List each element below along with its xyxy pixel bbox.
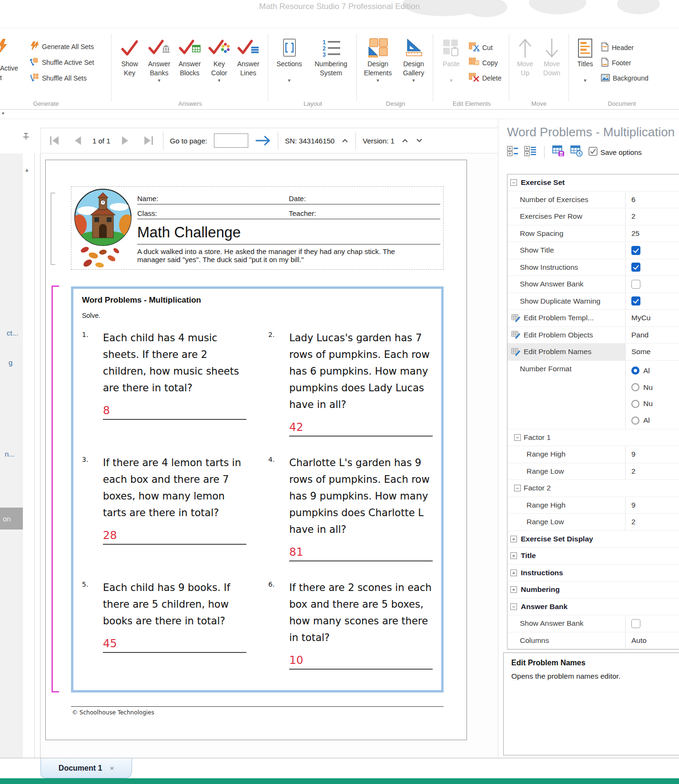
category-instructions[interactable]: + Instructions	[507, 565, 679, 582]
version-down-icon[interactable]	[416, 136, 423, 145]
expand-plus-icon[interactable]: +	[510, 586, 517, 593]
chevron-down-icon[interactable]: ▾	[2, 111, 4, 116]
answer-lines-button[interactable]: Answer Lines	[233, 37, 263, 98]
key-color-button[interactable]: Key Color ▼	[206, 37, 233, 98]
checkbox-unchecked-icon[interactable]	[631, 619, 640, 628]
property-row[interactable]: Row Spacing 25	[507, 225, 679, 243]
property-row[interactable]: Range High 9	[507, 446, 679, 463]
goto-page-input[interactable]	[214, 133, 248, 148]
background-button[interactable]: Background	[601, 72, 649, 84]
category-exercise-set[interactable]: − Exercise Set	[507, 174, 679, 192]
scroll-up-icon[interactable]: ▲	[24, 167, 30, 173]
answer-blocks-button[interactable]: Answer Blocks	[175, 37, 204, 98]
property-row[interactable]: Show Duplicate Warning	[507, 293, 679, 310]
generate-all-sets-button[interactable]: Generate All Sets	[30, 41, 94, 53]
collapse-minus-icon[interactable]: −	[514, 485, 521, 491]
previous-page-button[interactable]	[70, 132, 86, 149]
category-answer-bank[interactable]: − Answer Bank	[507, 599, 679, 616]
pin-icon[interactable]	[22, 132, 30, 143]
property-value[interactable]: Auto	[631, 636, 647, 645]
property-value[interactable]: Pand	[631, 331, 649, 339]
property-value[interactable]: 2	[631, 467, 636, 476]
shuffle-all-sets-button[interactable]: Shuffle All Sets	[30, 72, 87, 84]
subcategory-factor-1[interactable]: − Factor 1	[507, 429, 679, 447]
shuffle-active-set-button[interactable]: Shuffle Active Set	[30, 56, 94, 69]
paste-button[interactable]: Paste ▼	[436, 37, 466, 98]
numbering-system-button[interactable]: 123 Numbering System	[308, 37, 354, 98]
property-value[interactable]: 6	[631, 195, 636, 204]
property-row[interactable]: Columns Auto	[507, 632, 679, 650]
property-row-edit-objects[interactable]: Edit Problem Objects Pand	[507, 327, 679, 344]
property-value[interactable]: 9	[631, 501, 636, 509]
checkbox-checked-icon[interactable]	[631, 263, 640, 272]
rail-item-fragment[interactable]: g	[9, 358, 12, 367]
footer-button[interactable]: Footer	[601, 57, 631, 69]
property-value[interactable]: MyCu	[631, 314, 650, 322]
show-key-button[interactable]: Show Key	[116, 37, 143, 98]
titles-button[interactable]: Titles ▼	[572, 37, 598, 98]
collapse-minus-icon[interactable]: −	[514, 434, 521, 441]
checkbox-unchecked-icon[interactable]	[631, 280, 640, 289]
word-problems-section[interactable]: Word Problems - Multiplication Solve. 1.…	[71, 286, 444, 692]
checkbox-checked-icon[interactable]	[631, 246, 640, 255]
property-row[interactable]: Show Answer Bank	[507, 276, 679, 293]
property-row[interactable]: Range High 9	[507, 497, 679, 514]
radio-option[interactable]: Al	[631, 412, 650, 429]
radio-unselected-icon[interactable]	[631, 400, 639, 408]
rail-item-selected[interactable]: on	[0, 508, 23, 529]
property-row[interactable]: Show Instructions	[507, 259, 679, 276]
header-button[interactable]: Header	[601, 41, 634, 54]
worksheet-page[interactable]: Name: Date: Class: Teacher: Math Challen…	[45, 160, 467, 740]
property-value[interactable]: 2	[631, 518, 636, 526]
checkbox-checked-icon[interactable]	[631, 296, 640, 305]
last-page-button[interactable]	[140, 132, 156, 149]
delete-button[interactable]: Delete	[469, 72, 501, 84]
tab-document-1[interactable]: Document 1 ×	[41, 758, 132, 778]
rail-item-fragment[interactable]: n...	[5, 450, 15, 458]
sn-caret-up-icon[interactable]	[341, 136, 349, 145]
generate-active-set-button-line2[interactable]: t	[0, 74, 2, 81]
radio-option[interactable]: Nu	[631, 379, 653, 396]
property-row[interactable]: Range Low 2	[507, 514, 679, 531]
property-row[interactable]: Show Answer Bank	[507, 615, 679, 632]
category-exercise-set-display[interactable]: + Exercise Set Display	[507, 531, 679, 548]
property-value[interactable]: 25	[631, 229, 639, 238]
design-gallery-button[interactable]: Design Gallery ▼	[397, 37, 430, 98]
property-row-number-format[interactable]: Number Format Al Nu Nu Al	[507, 361, 679, 429]
sections-button[interactable]: Sections ▼	[272, 37, 306, 98]
collapse-minus-icon[interactable]: −	[510, 179, 517, 186]
property-row[interactable]: Number of Exercises 6	[507, 192, 679, 209]
save-options-checkbox-icon[interactable]	[588, 147, 598, 157]
worksheet-header-element[interactable]: Name: Date: Class: Teacher: Math Challen…	[71, 186, 444, 270]
rail-item-fragment[interactable]: ct...	[7, 329, 18, 337]
save-exercise-options-icon[interactable]	[552, 145, 565, 159]
radio-unselected-icon[interactable]	[631, 417, 639, 425]
radio-option[interactable]: Nu	[631, 396, 653, 412]
go-arrow-icon[interactable]	[255, 132, 271, 149]
generate-active-set-button[interactable]: Active	[0, 64, 18, 72]
move-down-button[interactable]: Move Down	[539, 37, 564, 98]
expand-plus-icon[interactable]: +	[510, 552, 517, 559]
expand-all-icon[interactable]	[524, 146, 537, 158]
design-elements-button[interactable]: Design Elements ▼	[360, 37, 396, 98]
version-up-icon[interactable]	[401, 136, 409, 145]
expand-plus-icon[interactable]: +	[510, 570, 517, 576]
property-row[interactable]: Range Low 2	[507, 463, 679, 480]
property-row-edit-names[interactable]: Edit Problem Names Some	[507, 344, 679, 361]
cut-button[interactable]: Cut	[469, 41, 493, 54]
category-title[interactable]: + Title	[507, 548, 679, 565]
answer-banks-button[interactable]: Answer Banks ▼	[145, 37, 173, 98]
property-row-edit-templates[interactable]: Edit Problem Templ... MyCu	[507, 310, 679, 327]
collapse-all-icon[interactable]	[507, 146, 518, 158]
move-up-button[interactable]: Move Up	[513, 37, 537, 98]
collapse-minus-icon[interactable]: −	[510, 603, 517, 610]
load-exercise-options-icon[interactable]	[570, 145, 583, 159]
category-numbering[interactable]: + Numbering	[507, 581, 679, 599]
close-icon[interactable]: ×	[110, 764, 114, 772]
expand-plus-icon[interactable]: +	[510, 536, 517, 542]
property-row[interactable]: Show Title	[507, 242, 679, 259]
next-page-button[interactable]	[117, 132, 133, 149]
radio-option[interactable]: Al	[631, 363, 650, 379]
property-value[interactable]: Some	[631, 347, 651, 356]
radio-unselected-icon[interactable]	[631, 383, 639, 391]
